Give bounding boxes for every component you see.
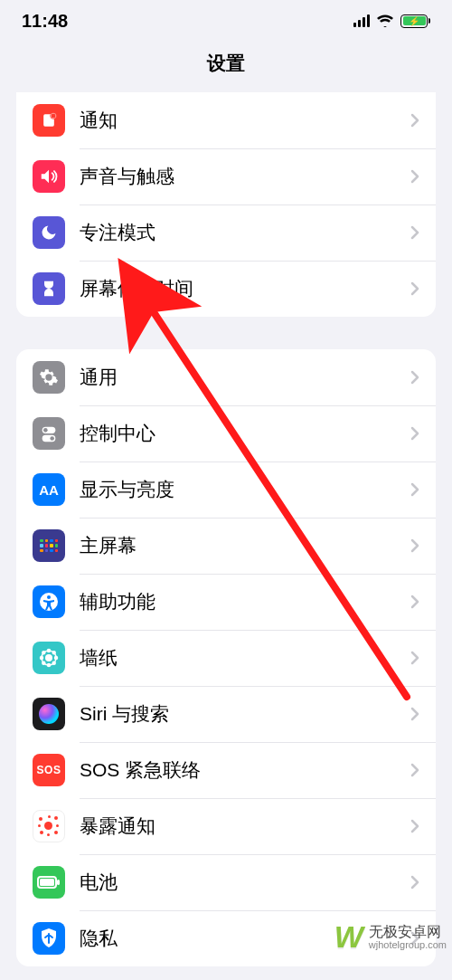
svg-point-16 (52, 652, 55, 654)
settings-row-accessibility[interactable]: 辅助功能 (16, 574, 436, 630)
settings-row-sounds[interactable]: 声音与触感 (16, 148, 436, 205)
row-label: 通用 (80, 365, 410, 390)
settings-row-siri[interactable]: Siri 与搜索 (16, 686, 436, 742)
row-label: 主屏幕 (80, 533, 410, 558)
status-icons: ⚡ (353, 14, 431, 28)
chevron-right-icon (410, 707, 419, 721)
settings-group-2: 通用 控制中心 AA 显示与亮度 主屏幕 辅助功能 墙纸 Siri (16, 349, 436, 966)
watermark-url: wjhotelgroup.com (369, 939, 447, 950)
accessibility-icon (33, 585, 65, 618)
settings-row-screen-time[interactable]: 屏幕使用时间 (16, 261, 436, 317)
settings-row-battery[interactable]: 电池 (16, 854, 436, 910)
svg-point-17 (42, 661, 45, 664)
row-label: 通知 (80, 108, 410, 133)
row-label: 暴露通知 (80, 813, 410, 839)
settings-row-focus[interactable]: 专注模式 (16, 205, 436, 261)
row-label: 墙纸 (80, 645, 410, 671)
display-brightness-icon: AA (33, 473, 65, 506)
chevron-right-icon (410, 651, 419, 665)
svg-point-13 (41, 657, 43, 660)
svg-rect-20 (40, 879, 54, 886)
exposure-notification-icon (33, 810, 65, 842)
chevron-right-icon (410, 595, 419, 609)
settings-group-1: 通知 声音与触感 专注模式 屏幕使用时间 (16, 92, 436, 317)
focus-icon (33, 216, 65, 249)
row-label: 显示与亮度 (80, 477, 410, 502)
row-label: 电池 (80, 870, 410, 895)
notifications-icon (33, 104, 65, 137)
svg-point-14 (55, 657, 58, 660)
row-label: 辅助功能 (80, 589, 410, 614)
screen-time-icon (33, 272, 65, 305)
siri-icon (33, 698, 65, 730)
svg-point-12 (48, 664, 51, 667)
svg-point-11 (48, 650, 51, 652)
battery-icon: ⚡ (400, 14, 430, 28)
status-bar: 11:48 ⚡ (0, 0, 452, 38)
chevron-right-icon (410, 763, 419, 777)
settings-row-sos[interactable]: SOS SOS 紧急联络 (16, 742, 436, 798)
chevron-right-icon (410, 169, 419, 184)
settings-row-exposure[interactable]: 暴露通知 (16, 798, 436, 854)
general-icon (33, 361, 65, 394)
row-label: 专注模式 (80, 220, 410, 245)
row-label: 声音与触感 (80, 164, 410, 189)
row-label: Siri 与搜索 (80, 701, 410, 727)
chevron-right-icon (410, 113, 419, 128)
status-time: 11:48 (22, 11, 68, 32)
watermark-title: 无极安卓网 (369, 924, 447, 940)
chevron-right-icon (410, 875, 419, 890)
svg-point-8 (47, 595, 51, 599)
sos-icon: SOS (33, 754, 65, 786)
chevron-right-icon (410, 225, 419, 240)
chevron-right-icon (410, 819, 419, 833)
watermark: W 无极安卓网 wjhotelgroup.com (334, 919, 447, 955)
chevron-right-icon (410, 482, 419, 497)
svg-point-9 (45, 654, 52, 661)
control-center-icon (33, 417, 65, 450)
settings-row-control-center[interactable]: 控制中心 (16, 405, 436, 461)
page-title: 设置 (0, 38, 452, 92)
row-label: 屏幕使用时间 (80, 276, 410, 301)
watermark-logo: W (334, 919, 363, 955)
settings-row-notifications[interactable]: 通知 (16, 92, 436, 148)
battery-settings-icon (33, 866, 65, 899)
wallpaper-icon (33, 642, 65, 674)
svg-point-18 (52, 661, 55, 664)
cellular-signal-icon (353, 14, 371, 27)
wifi-icon (376, 14, 394, 27)
chevron-right-icon (410, 426, 419, 441)
settings-row-wallpaper[interactable]: 墙纸 (16, 630, 436, 686)
settings-row-general[interactable]: 通用 (16, 349, 436, 405)
svg-point-4 (43, 428, 48, 433)
settings-row-home-screen[interactable]: 主屏幕 (16, 518, 436, 574)
privacy-icon (33, 922, 65, 955)
row-label: 控制中心 (80, 421, 410, 446)
chevron-right-icon (410, 281, 419, 296)
svg-point-15 (42, 652, 45, 654)
svg-point-6 (50, 436, 54, 441)
chevron-right-icon (410, 370, 419, 385)
sounds-icon (33, 160, 65, 193)
home-screen-icon (33, 529, 65, 562)
svg-rect-21 (57, 880, 60, 885)
chevron-right-icon (410, 538, 419, 553)
settings-row-display[interactable]: AA 显示与亮度 (16, 461, 436, 518)
row-label: SOS 紧急联络 (80, 757, 410, 783)
svg-point-2 (52, 114, 56, 119)
